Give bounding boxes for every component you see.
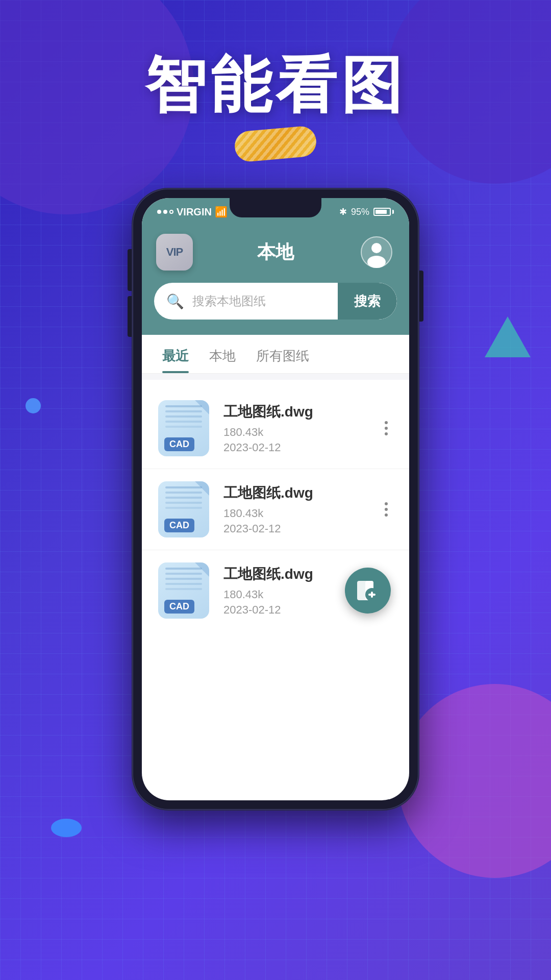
cad-label-2: CAD	[164, 519, 194, 532]
file-icon-1: CAD	[158, 400, 209, 456]
vip-badge[interactable]: VIP	[156, 234, 193, 271]
tab-local[interactable]: 本地	[209, 347, 236, 373]
cad-label-1: CAD	[164, 437, 194, 451]
doc-fold	[195, 481, 209, 496]
tab-all[interactable]: 所有图纸	[256, 347, 309, 373]
main-content: 最近 本地 所有图纸 CAD 工地图纸.dwg 180.43k	[142, 335, 409, 639]
file-icon-3: CAD	[158, 562, 209, 619]
search-area: 🔍 搜索本地图纸 搜索	[142, 283, 409, 335]
menu-dot	[385, 421, 388, 424]
menu-dot	[385, 427, 388, 430]
phone-screen: VIRGIN 📶 4:21 PM ✱ 95% VIP	[142, 198, 409, 800]
title-badge-decoration	[234, 125, 318, 163]
signal-dot-3	[169, 210, 173, 214]
battery-body	[373, 208, 391, 216]
file-icon-2: CAD	[158, 481, 209, 537]
bluetooth-icon: ✱	[339, 206, 347, 217]
menu-dot	[385, 508, 388, 511]
carrier-label: VIRGIN	[177, 206, 212, 218]
search-bar: 🔍 搜索本地图纸 搜索	[154, 283, 397, 320]
svg-rect-7	[368, 594, 375, 596]
file-date-1: 2023-02-12	[223, 441, 380, 454]
file-date-2: 2023-02-12	[223, 522, 380, 535]
add-file-button[interactable]	[345, 568, 391, 614]
file-size-2: 180.43k	[223, 507, 380, 520]
signal-dot-2	[163, 210, 167, 214]
tabs-bar: 最近 本地 所有图纸	[142, 335, 409, 374]
phone-frame: VIRGIN 📶 4:21 PM ✱ 95% VIP	[133, 189, 418, 810]
bg-dot-left	[26, 398, 41, 413]
app-header: VIP 本地	[142, 226, 409, 283]
svg-point-1	[371, 243, 382, 253]
menu-dot	[385, 502, 388, 505]
search-button[interactable]: 搜索	[338, 283, 397, 320]
title-area: 智能看图	[0, 51, 551, 159]
menu-dot	[385, 513, 388, 517]
wifi-icon: 📶	[215, 206, 228, 218]
cad-label-3: CAD	[164, 600, 194, 614]
battery-tip	[392, 210, 394, 214]
file-name-1: 工地图纸.dwg	[223, 402, 380, 422]
doc-fold	[195, 562, 209, 577]
bg-dot-bottom	[51, 819, 82, 837]
tab-recent[interactable]: 最近	[162, 347, 189, 373]
status-left: VIRGIN 📶	[157, 206, 228, 218]
phone-mockup: VIRGIN 📶 4:21 PM ✱ 95% VIP	[133, 189, 418, 810]
file-info-2: 工地图纸.dwg 180.43k 2023-02-12	[223, 483, 380, 535]
signal-dot-1	[157, 210, 161, 214]
search-placeholder[interactable]: 搜索本地图纸	[192, 293, 338, 309]
header-title: 本地	[257, 240, 294, 265]
menu-dot	[385, 432, 388, 435]
list-item[interactable]: CAD 工地图纸.dwg 180.43k 2023-02-12	[142, 388, 409, 469]
battery-pct: 95%	[351, 207, 369, 217]
file-menu-1[interactable]	[380, 416, 393, 440]
phone-notch	[230, 198, 321, 217]
battery-fill	[375, 210, 387, 214]
svg-point-2	[367, 256, 386, 268]
doc-fold	[195, 400, 209, 414]
file-name-2: 工地图纸.dwg	[223, 483, 380, 503]
user-icon[interactable]	[358, 234, 395, 271]
signal-dots	[157, 210, 173, 214]
file-size-1: 180.43k	[223, 426, 380, 439]
battery-icon	[373, 208, 394, 216]
search-icon: 🔍	[154, 293, 192, 310]
app-title: 智能看图	[0, 51, 551, 118]
status-right: ✱ 95%	[339, 206, 394, 217]
bg-triangle-decoration	[485, 316, 531, 357]
list-item[interactable]: CAD 工地图纸.dwg 180.43k 2023-02-12	[142, 469, 409, 550]
add-file-icon	[355, 578, 381, 603]
file-info-1: 工地图纸.dwg 180.43k 2023-02-12	[223, 402, 380, 454]
file-menu-2[interactable]	[380, 497, 393, 522]
